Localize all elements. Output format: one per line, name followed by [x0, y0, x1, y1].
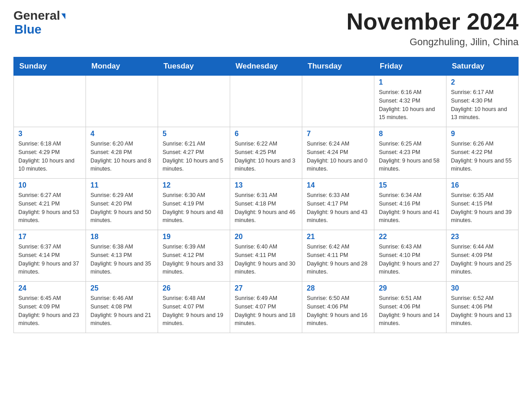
- day-number: 20: [235, 233, 297, 241]
- calendar-cell: [302, 76, 374, 127]
- day-info: Sunrise: 6:43 AMSunset: 4:10 PMDaylight:…: [379, 243, 442, 276]
- day-info: Sunrise: 6:38 AMSunset: 4:13 PMDaylight:…: [90, 243, 153, 276]
- day-number: 27: [235, 284, 297, 292]
- day-number: 6: [235, 130, 297, 138]
- day-number: 23: [451, 233, 514, 241]
- day-number: 14: [307, 181, 369, 189]
- day-info: Sunrise: 6:45 AMSunset: 4:09 PMDaylight:…: [18, 294, 81, 328]
- week-row-5: 24Sunrise: 6:45 AMSunset: 4:09 PMDayligh…: [14, 282, 519, 333]
- calendar-cell: 25Sunrise: 6:46 AMSunset: 4:08 PMDayligh…: [86, 282, 158, 333]
- weekday-header-thursday: Thursday: [302, 57, 374, 76]
- calendar-cell: 18Sunrise: 6:38 AMSunset: 4:13 PMDayligh…: [86, 230, 158, 282]
- logo: General Blue: [13, 9, 65, 37]
- day-info: Sunrise: 6:49 AMSunset: 4:07 PMDaylight:…: [235, 294, 297, 328]
- day-info: Sunrise: 6:48 AMSunset: 4:07 PMDaylight:…: [163, 294, 225, 328]
- calendar-cell: 11Sunrise: 6:29 AMSunset: 4:20 PMDayligh…: [86, 179, 158, 230]
- calendar-cell: 15Sunrise: 6:34 AMSunset: 4:16 PMDayligh…: [374, 179, 446, 230]
- day-info: Sunrise: 6:20 AMSunset: 4:28 PMDaylight:…: [90, 140, 153, 173]
- day-number: 25: [90, 284, 153, 292]
- calendar-cell: 14Sunrise: 6:33 AMSunset: 4:17 PMDayligh…: [302, 179, 374, 230]
- weekday-header-wednesday: Wednesday: [230, 57, 302, 76]
- day-number: 5: [163, 130, 225, 138]
- day-info: Sunrise: 6:39 AMSunset: 4:12 PMDaylight:…: [163, 243, 225, 276]
- day-info: Sunrise: 6:52 AMSunset: 4:06 PMDaylight:…: [451, 294, 514, 328]
- day-number: 26: [163, 284, 225, 292]
- calendar-cell: 23Sunrise: 6:44 AMSunset: 4:09 PMDayligh…: [446, 230, 519, 282]
- day-info: Sunrise: 6:37 AMSunset: 4:14 PMDaylight:…: [18, 243, 81, 276]
- day-number: 18: [90, 233, 153, 241]
- calendar-cell: 21Sunrise: 6:42 AMSunset: 4:11 PMDayligh…: [302, 230, 374, 282]
- day-info: Sunrise: 6:24 AMSunset: 4:24 PMDaylight:…: [307, 140, 369, 173]
- day-number: 2: [451, 78, 514, 86]
- day-info: Sunrise: 6:46 AMSunset: 4:08 PMDaylight:…: [90, 294, 153, 328]
- day-number: 8: [379, 130, 442, 138]
- day-number: 29: [379, 284, 442, 292]
- day-info: Sunrise: 6:30 AMSunset: 4:19 PMDaylight:…: [163, 191, 225, 225]
- week-row-2: 3Sunrise: 6:18 AMSunset: 4:29 PMDaylight…: [14, 127, 519, 179]
- day-number: 11: [90, 181, 153, 189]
- calendar-cell: 30Sunrise: 6:52 AMSunset: 4:06 PMDayligh…: [446, 282, 519, 333]
- day-info: Sunrise: 6:29 AMSunset: 4:20 PMDaylight:…: [90, 191, 153, 225]
- week-row-4: 17Sunrise: 6:37 AMSunset: 4:14 PMDayligh…: [14, 230, 519, 282]
- calendar-cell: 17Sunrise: 6:37 AMSunset: 4:14 PMDayligh…: [14, 230, 86, 282]
- day-number: 30: [451, 284, 514, 292]
- day-number: 15: [379, 181, 442, 189]
- day-number: 22: [379, 233, 442, 241]
- day-number: 7: [307, 130, 369, 138]
- calendar-cell: 8Sunrise: 6:25 AMSunset: 4:23 PMDaylight…: [374, 127, 446, 179]
- day-number: 21: [307, 233, 369, 241]
- calendar-cell: 16Sunrise: 6:35 AMSunset: 4:15 PMDayligh…: [446, 179, 519, 230]
- day-info: Sunrise: 6:26 AMSunset: 4:22 PMDaylight:…: [451, 140, 514, 173]
- month-title: November 2024: [347, 9, 519, 34]
- day-info: Sunrise: 6:40 AMSunset: 4:11 PMDaylight:…: [235, 243, 297, 276]
- weekday-header-row: SundayMondayTuesdayWednesdayThursdayFrid…: [14, 57, 519, 76]
- location: Gongzhuling, Jilin, China: [347, 36, 519, 48]
- calendar-cell: 2Sunrise: 6:17 AMSunset: 4:30 PMDaylight…: [446, 76, 519, 127]
- calendar-cell: [14, 76, 86, 127]
- calendar-cell: 9Sunrise: 6:26 AMSunset: 4:22 PMDaylight…: [446, 127, 519, 179]
- weekday-header-monday: Monday: [86, 57, 158, 76]
- calendar-cell: 3Sunrise: 6:18 AMSunset: 4:29 PMDaylight…: [14, 127, 86, 179]
- day-info: Sunrise: 6:22 AMSunset: 4:25 PMDaylight:…: [235, 140, 297, 173]
- day-info: Sunrise: 6:34 AMSunset: 4:16 PMDaylight:…: [379, 191, 442, 225]
- day-info: Sunrise: 6:42 AMSunset: 4:11 PMDaylight:…: [307, 243, 369, 276]
- calendar-cell: 1Sunrise: 6:16 AMSunset: 4:32 PMDaylight…: [374, 76, 446, 127]
- calendar-cell: 5Sunrise: 6:21 AMSunset: 4:27 PMDaylight…: [158, 127, 230, 179]
- logo-blue-text: Blue: [13, 23, 42, 37]
- calendar-cell: 6Sunrise: 6:22 AMSunset: 4:25 PMDaylight…: [230, 127, 302, 179]
- day-info: Sunrise: 6:44 AMSunset: 4:09 PMDaylight:…: [451, 243, 514, 276]
- day-number: 16: [451, 181, 514, 189]
- week-row-3: 10Sunrise: 6:27 AMSunset: 4:21 PMDayligh…: [14, 179, 519, 230]
- calendar-cell: 19Sunrise: 6:39 AMSunset: 4:12 PMDayligh…: [158, 230, 230, 282]
- day-number: 9: [451, 130, 514, 138]
- day-number: 12: [163, 181, 225, 189]
- calendar-cell: 10Sunrise: 6:27 AMSunset: 4:21 PMDayligh…: [14, 179, 86, 230]
- day-number: 19: [163, 233, 225, 241]
- calendar-cell: 28Sunrise: 6:50 AMSunset: 4:06 PMDayligh…: [302, 282, 374, 333]
- day-number: 4: [90, 130, 153, 138]
- day-number: 28: [307, 284, 369, 292]
- calendar-cell: 27Sunrise: 6:49 AMSunset: 4:07 PMDayligh…: [230, 282, 302, 333]
- calendar-cell: 7Sunrise: 6:24 AMSunset: 4:24 PMDaylight…: [302, 127, 374, 179]
- day-info: Sunrise: 6:35 AMSunset: 4:15 PMDaylight:…: [451, 191, 514, 225]
- day-info: Sunrise: 6:51 AMSunset: 4:06 PMDaylight:…: [379, 294, 442, 328]
- calendar-cell: [230, 76, 302, 127]
- calendar-cell: 22Sunrise: 6:43 AMSunset: 4:10 PMDayligh…: [374, 230, 446, 282]
- calendar-cell: 13Sunrise: 6:31 AMSunset: 4:18 PMDayligh…: [230, 179, 302, 230]
- day-info: Sunrise: 6:27 AMSunset: 4:21 PMDaylight:…: [18, 191, 81, 225]
- day-number: 17: [18, 233, 81, 241]
- weekday-header-saturday: Saturday: [446, 57, 519, 76]
- calendar-cell: [86, 76, 158, 127]
- weekday-header-tuesday: Tuesday: [158, 57, 230, 76]
- calendar-cell: 26Sunrise: 6:48 AMSunset: 4:07 PMDayligh…: [158, 282, 230, 333]
- calendar-cell: 4Sunrise: 6:20 AMSunset: 4:28 PMDaylight…: [86, 127, 158, 179]
- day-info: Sunrise: 6:33 AMSunset: 4:17 PMDaylight:…: [307, 191, 369, 225]
- calendar-cell: 12Sunrise: 6:30 AMSunset: 4:19 PMDayligh…: [158, 179, 230, 230]
- day-number: 24: [18, 284, 81, 292]
- week-row-1: 1Sunrise: 6:16 AMSunset: 4:32 PMDaylight…: [14, 76, 519, 127]
- calendar-cell: [158, 76, 230, 127]
- day-info: Sunrise: 6:25 AMSunset: 4:23 PMDaylight:…: [379, 140, 442, 173]
- day-info: Sunrise: 6:17 AMSunset: 4:30 PMDaylight:…: [451, 88, 514, 122]
- day-number: 3: [18, 130, 81, 138]
- day-info: Sunrise: 6:16 AMSunset: 4:32 PMDaylight:…: [379, 88, 442, 122]
